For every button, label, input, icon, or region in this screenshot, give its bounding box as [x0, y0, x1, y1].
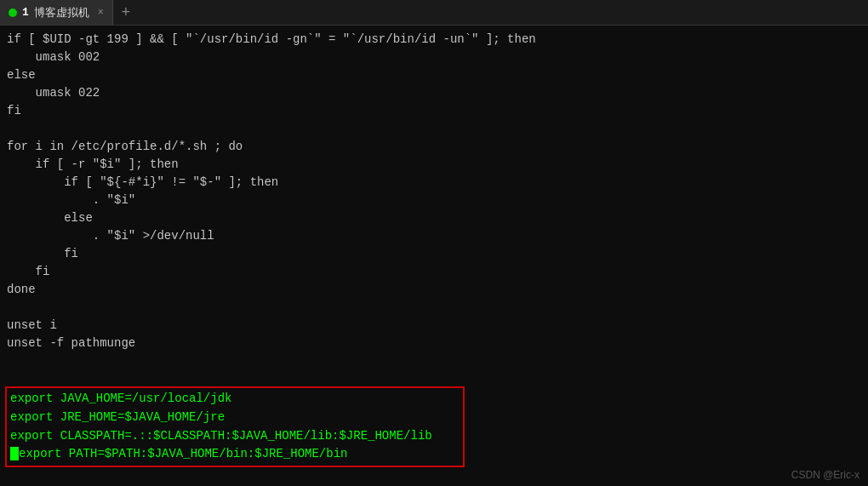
code-line: unset -f pathmunge	[7, 334, 861, 352]
highlight-export-box: export JAVA_HOME=/usr/local/jdkexport JR…	[5, 386, 465, 467]
code-line: umask 002	[7, 49, 861, 66]
code-line: fi	[7, 245, 861, 263]
code-line: done	[7, 281, 861, 299]
code-line: if [ "${-#*i}" != "$-" ]; then	[7, 174, 861, 192]
code-line: umask 022	[7, 84, 861, 102]
code-line: fi	[7, 102, 861, 120]
tab-title: 博客虚拟机	[34, 5, 89, 20]
code-content: if [ $UID -gt 199 ] && [ "`/usr/bin/id -…	[7, 31, 861, 352]
tab-bar: 1 博客虚拟机 × +	[0, 0, 868, 26]
code-line: unset i	[7, 317, 861, 334]
highlight-line: export JRE_HOME=$JAVA_HOME/jre	[7, 409, 463, 427]
terminal-cursor	[10, 447, 19, 460]
code-line: else	[7, 66, 861, 84]
new-tab-button[interactable]: +	[113, 0, 139, 25]
code-line: . "$i" >/dev/null	[7, 227, 861, 245]
code-line	[7, 120, 861, 138]
highlight-line: export JAVA_HOME=/usr/local/jdk	[7, 390, 463, 409]
code-line: if [ -r "$i" ]; then	[7, 156, 861, 174]
code-line: fi	[7, 263, 861, 281]
highlight-line: export CLASSPATH=.::$CLASSPATH:$JAVA_HOM…	[7, 427, 463, 446]
watermark-text: CSDN @Eric-x	[791, 467, 859, 483]
code-line: . "$i"	[7, 192, 861, 209]
tab-number: 1	[22, 6, 29, 19]
code-line: for i in /etc/profile.d/*.sh ; do	[7, 138, 861, 156]
tab-close-button[interactable]: ×	[98, 7, 104, 19]
highlight-lines: export JAVA_HOME=/usr/local/jdkexport JR…	[7, 390, 463, 464]
terminal-area[interactable]: if [ $UID -gt 199 ] && [ "`/usr/bin/id -…	[0, 26, 868, 486]
code-line: else	[7, 209, 861, 227]
code-line	[7, 299, 861, 317]
code-line: if [ $UID -gt 199 ] && [ "`/usr/bin/id -…	[7, 31, 861, 49]
terminal-tab[interactable]: 1 博客虚拟机 ×	[0, 0, 113, 25]
highlight-line: export PATH=$PATH:$JAVA_HOME/bin:$JRE_HO…	[7, 445, 463, 464]
tab-status-dot	[9, 9, 17, 17]
